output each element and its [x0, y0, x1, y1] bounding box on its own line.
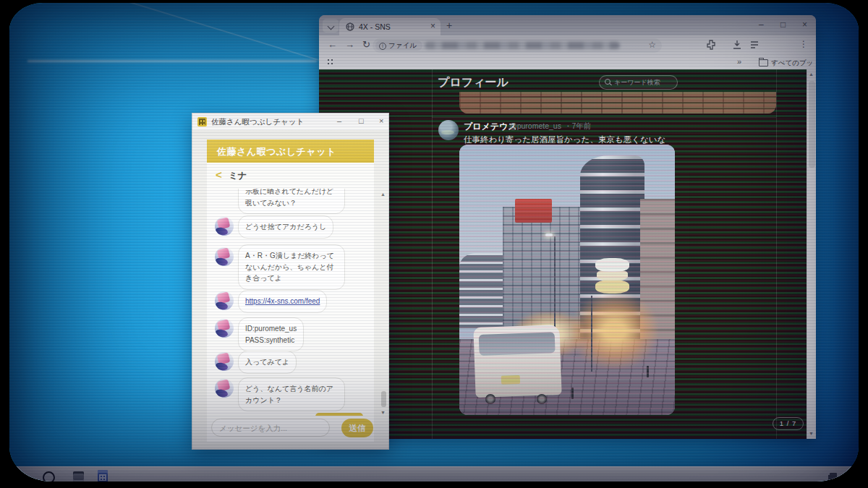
reading-list-icon[interactable]	[749, 39, 760, 51]
browser-scrollbar[interactable]: ▲ ▼	[807, 69, 816, 439]
chat-window: 佐藤さん暇つぶしチャット – □ × 佐藤さん暇つぶしチャット < ミナ 示板に…	[192, 113, 389, 450]
post-avatar[interactable]	[438, 120, 459, 140]
chat-message: どうせ捨てアカだろうし	[238, 215, 333, 239]
chat-message: A・R・G潰しまだ終わってないんだから、ちゃんと付き合ってよ	[238, 244, 345, 290]
browser-maximize-button[interactable]: □	[780, 20, 786, 30]
taskbar-chat-app-icon[interactable]	[98, 470, 108, 481]
bookmarks-overflow-icon[interactable]: »	[737, 57, 741, 66]
dice-avatar	[215, 291, 234, 310]
chat-contact-bar: < ミナ	[207, 163, 374, 189]
browser-toolbar: ← → ↻ iファイル ☆ ⋮	[319, 35, 816, 56]
post-timestamp: ・7年前	[564, 121, 591, 132]
chat-scrollbar-thumb[interactable]	[381, 391, 386, 407]
taskbar-search-icon[interactable]	[43, 471, 55, 481]
post-text: 仕事終わり寄った居酒屋旨かった、東京も悪くないな	[464, 134, 665, 145]
info-icon: i	[379, 43, 386, 50]
back-icon[interactable]: ←	[328, 39, 337, 50]
chat-window-title: 佐藤さん暇つぶしチャット	[211, 117, 304, 127]
dice-avatar	[215, 247, 234, 266]
chat-titlebar[interactable]: 佐藤さん暇つぶしチャット – □ ×	[192, 114, 388, 130]
feed-left-divider	[432, 69, 433, 439]
download-icon[interactable]	[731, 39, 743, 51]
chat-app-header-title: 佐藤さん暇つぶしチャット	[217, 145, 336, 158]
url-bar[interactable]: iファイル ☆	[373, 38, 662, 53]
chat-minimize-button[interactable]: –	[337, 116, 341, 125]
search-placeholder: キーワード検索	[614, 78, 660, 87]
back-chevron-icon[interactable]: <	[216, 168, 222, 181]
chat-scroll-up-icon[interactable]: ▲	[380, 192, 386, 197]
tab-strip: 4X - SNS × + – □ ×	[319, 15, 816, 35]
apps-grid-icon[interactable]	[326, 59, 333, 66]
chat-app-header: 佐藤さん暇つぶしチャット	[207, 140, 374, 163]
tab-close-icon[interactable]: ×	[430, 21, 435, 31]
taskbar-app-icon[interactable]	[73, 471, 84, 481]
chat-scroll-down-icon[interactable]: ▼	[380, 410, 386, 415]
feed-right-divider	[776, 69, 777, 439]
search-icon	[605, 79, 610, 85]
post-handle[interactable]: @puromete_us	[509, 121, 561, 130]
contact-name: ミナ	[229, 170, 247, 182]
chat-message: 示板に晒されてたんだけど覗いてみない？	[238, 189, 345, 214]
tab-4x-sns[interactable]: 4X - SNS ×	[339, 18, 441, 35]
photo-pagination-badge: 1 / 7	[773, 417, 804, 430]
crt-flare	[27, 60, 317, 62]
scroll-up-icon[interactable]: ▲	[809, 72, 814, 77]
previous-post-image[interactable]	[459, 92, 776, 114]
chat-app-icon	[197, 117, 207, 127]
reload-icon[interactable]: ↻	[362, 39, 370, 50]
crt-screen: 4X - SNS × + – □ × ← → ↻ iファイル ☆ ⋮ »	[9, 3, 859, 481]
extensions-icon[interactable]	[705, 39, 717, 51]
chat-message: ID:puromete_us PASS:synthetic	[238, 317, 304, 351]
chevron-down-icon	[327, 23, 334, 30]
scrollbar-thumb[interactable]	[809, 81, 815, 168]
chat-maximize-button[interactable]: □	[359, 116, 364, 125]
browser-menu-icon[interactable]: ⋮	[799, 39, 808, 49]
bookmarks-bar: » すべてのブックマーク	[319, 56, 816, 70]
post-divider	[432, 117, 776, 118]
new-tab-button[interactable]: +	[446, 20, 452, 31]
keyword-search-box[interactable]: キーワード検索	[599, 75, 678, 90]
chat-input-bar: 送信	[207, 416, 374, 442]
chat-message-link: https://4x-sns.com/feed	[238, 290, 327, 313]
photo-interference	[459, 145, 675, 415]
send-button[interactable]: 送信	[341, 419, 373, 437]
taskbar	[9, 466, 859, 481]
dice-avatar	[215, 217, 234, 236]
scroll-down-icon[interactable]: ▼	[809, 431, 814, 436]
file-scheme-chip: iファイル	[375, 40, 422, 51]
browser-window: 4X - SNS × + – □ × ← → ↻ iファイル ☆ ⋮ »	[319, 15, 816, 439]
forward-icon[interactable]: →	[345, 39, 354, 50]
post-photo-street-scene[interactable]	[459, 145, 675, 415]
sns-page: プロフィール キーワード検索 プロメテウス @puromete_us ・7年前 …	[319, 69, 816, 439]
chat-message: どう、なんて言う名前のアカウント？	[238, 377, 345, 411]
browser-close-button[interactable]: ×	[802, 20, 807, 30]
blurred-url	[425, 42, 620, 49]
feed-link[interactable]: https://4x-sns.com/feed	[245, 297, 320, 305]
dice-avatar	[215, 352, 234, 371]
chat-close-button[interactable]: ×	[379, 116, 383, 125]
taskbar-tray-icon[interactable]	[830, 473, 837, 479]
dice-avatar	[215, 379, 234, 398]
chat-message-list[interactable]: 示板に晒されてたんだけど覗いてみない？ どうせ捨てアカだろうし A・R・G潰しま…	[207, 189, 374, 416]
dice-avatar	[215, 319, 234, 338]
tab-title: 4X - SNS	[359, 22, 391, 31]
bookmark-star-icon[interactable]: ☆	[648, 40, 656, 50]
folder-icon	[759, 59, 768, 67]
chat-message: 入ってみてよ	[238, 351, 297, 374]
tab-search-button[interactable]	[323, 19, 339, 33]
browser-minimize-button[interactable]: –	[759, 20, 764, 30]
globe-favicon-icon	[346, 22, 354, 31]
page-title: プロフィール	[438, 75, 509, 90]
message-input[interactable]	[211, 419, 330, 437]
